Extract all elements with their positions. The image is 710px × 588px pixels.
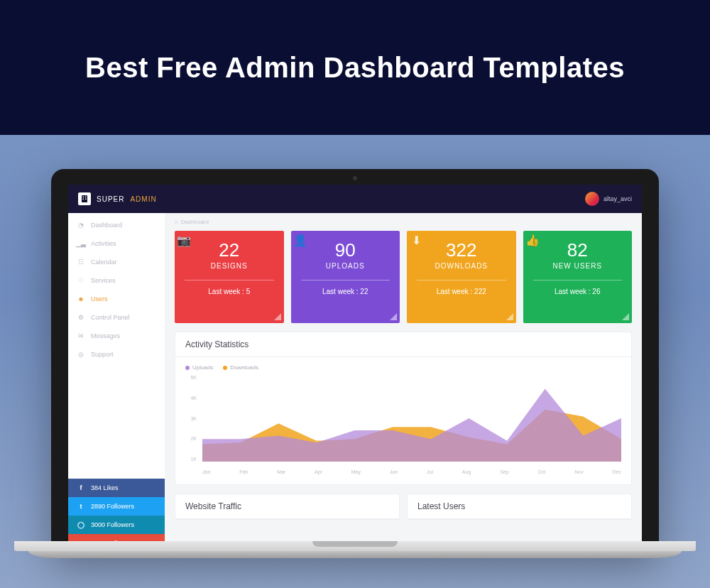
- chart-container: UploadsDownloads 5K4K3K2K1K JanFebMarApr…: [175, 357, 631, 484]
- brand-text-b: ADMIN: [130, 195, 156, 203]
- social-label: 3000 Followers: [91, 521, 134, 528]
- heart-icon: ♡: [77, 276, 85, 285]
- stat-value: 322: [413, 241, 510, 259]
- users-icon: ☻: [77, 295, 85, 303]
- sidebar-item-users[interactable]: ☻Users: [68, 290, 165, 308]
- activity-chart: 5K4K3K2K1K JanFebMarAprMayJunJulAugSepOc…: [185, 375, 621, 474]
- fb-icon: f: [77, 484, 85, 491]
- sidebar-item-messages[interactable]: ✉Messages: [68, 327, 165, 345]
- life-ring-icon: ◎: [77, 350, 85, 359]
- sidebar-item-label: Users: [91, 295, 108, 303]
- app-body: ◔Dashboard▁▃Activities☷Calendar♡Services…: [68, 213, 642, 552]
- sidebar-item-control-panel[interactable]: ⚙Control Panel: [68, 308, 165, 327]
- laptop-mockup: SUPER ADMIN altay_avci ◔Dashboard▁▃Activ…: [51, 169, 659, 552]
- chart-legend: UploadsDownloads: [185, 364, 621, 371]
- legend-item: Uploads: [185, 364, 213, 371]
- ig-icon: ◯: [77, 521, 85, 528]
- laptop-camera: [353, 176, 357, 180]
- social-tw[interactable]: t2890 Followers: [68, 497, 165, 516]
- sidebar-item-dashboard[interactable]: ◔Dashboard: [68, 216, 165, 234]
- stat-card-designs[interactable]: 📷22DESIGNSLast week : 5: [175, 231, 284, 323]
- user-menu[interactable]: altay_avci: [585, 192, 632, 206]
- chat-icon: ✉: [77, 332, 85, 340]
- chart-icon: ▁▃: [77, 239, 85, 248]
- tw-icon: t: [77, 503, 85, 510]
- social-ig[interactable]: ◯3000 Followers: [68, 516, 165, 534]
- topbar: SUPER ADMIN altay_avci: [68, 185, 642, 213]
- chart-plot: [202, 375, 621, 462]
- sidebar-item-label: Support: [91, 351, 114, 358]
- laptop-bezel: SUPER ADMIN altay_avci ◔Dashboard▁▃Activ…: [51, 169, 659, 552]
- main-content: ⌂ Dashboard 📷22DESIGNSLast week : 5👤90UP…: [165, 213, 642, 552]
- download-icon: ⬇: [411, 235, 421, 245]
- sidebar-item-activities[interactable]: ▁▃Activities: [68, 234, 165, 253]
- banner-title: Best Free Admin Dashboard Templates: [85, 52, 625, 84]
- camera-icon: 📷: [179, 235, 189, 245]
- stat-label: NEW USERS: [529, 262, 627, 270]
- svg-rect-0: [82, 195, 87, 202]
- svg-rect-1: [83, 197, 84, 198]
- brand[interactable]: SUPER ADMIN: [78, 192, 157, 205]
- sidebar-item-label: Messages: [91, 332, 120, 339]
- stat-label: DESIGNS: [180, 262, 278, 270]
- brand-logo-icon: [78, 192, 91, 205]
- sidebar-item-label: Dashboard: [91, 222, 122, 229]
- stat-lastweek: Last week : 5: [180, 288, 278, 295]
- traffic-panel: Website Traffic: [175, 494, 400, 520]
- gear-icon: ⚙: [77, 313, 85, 322]
- social-label: 384 Likes: [91, 484, 119, 491]
- x-axis-labels: JanFebMarAprMayJunJulAugSepOctNovDec: [202, 469, 621, 474]
- username: altay_avci: [604, 195, 632, 202]
- stat-cards: 📷22DESIGNSLast week : 5👤90UPLOADSLast we…: [175, 231, 632, 323]
- svg-rect-4: [85, 199, 87, 200]
- brand-text-a: SUPER: [97, 195, 124, 203]
- app-screen: SUPER ADMIN altay_avci ◔Dashboard▁▃Activ…: [68, 185, 642, 552]
- stat-label: UPLOADS: [297, 262, 395, 270]
- user-icon: 👤: [295, 235, 305, 245]
- users-panel-title: Latest Users: [408, 494, 631, 519]
- stage: SUPER ADMIN altay_avci ◔Dashboard▁▃Activ…: [0, 135, 710, 588]
- legend-item: Downloads: [223, 364, 258, 371]
- sidebar-item-support[interactable]: ◎Support: [68, 345, 165, 364]
- activity-panel-title: Activity Statistics: [175, 332, 631, 357]
- sidebar-item-label: Calendar: [91, 258, 117, 266]
- breadcrumb-text: Dashboard: [181, 219, 209, 225]
- sidebar-item-label: Services: [91, 277, 116, 284]
- stat-value: 90: [297, 241, 395, 259]
- stat-lastweek: Last week : 26: [529, 288, 627, 295]
- stat-label: DOWNLOADS: [413, 262, 510, 270]
- sidebar-item-calendar[interactable]: ☷Calendar: [68, 253, 165, 271]
- stat-lastweek: Last week : 22: [297, 288, 395, 295]
- y-axis-labels: 5K4K3K2K1K: [185, 375, 200, 462]
- bottom-panels: Website Traffic Latest Users: [175, 494, 632, 528]
- stat-card-downloads[interactable]: ⬇322DOWNLOADSLast week : 222: [407, 231, 516, 323]
- users-panel: Latest Users: [407, 494, 632, 520]
- thumbs-up-icon: 👍: [528, 235, 537, 245]
- laptop-base: [14, 541, 696, 562]
- sidebar: ◔Dashboard▁▃Activities☷Calendar♡Services…: [68, 213, 165, 552]
- stat-card-uploads[interactable]: 👤90UPLOADSLast week : 22: [291, 231, 400, 323]
- social-fb[interactable]: f384 Likes: [68, 479, 165, 497]
- page-banner: Best Free Admin Dashboard Templates: [0, 0, 710, 135]
- breadcrumb[interactable]: ⌂ Dashboard: [175, 219, 632, 225]
- sidebar-item-label: Activities: [91, 240, 116, 247]
- traffic-panel-title: Website Traffic: [175, 494, 399, 519]
- svg-rect-3: [83, 199, 84, 200]
- activity-panel: Activity Statistics UploadsDownloads 5K4…: [175, 332, 632, 485]
- sidebar-item-services[interactable]: ♡Services: [68, 271, 165, 290]
- svg-rect-2: [85, 197, 87, 198]
- calendar-icon: ☷: [77, 258, 85, 266]
- speed-icon: ◔: [77, 221, 85, 229]
- home-icon: ⌂: [175, 219, 178, 225]
- sidebar-item-label: Control Panel: [91, 314, 130, 321]
- avatar: [585, 192, 599, 206]
- stat-value: 82: [529, 241, 627, 259]
- stat-lastweek: Last week : 222: [413, 288, 510, 295]
- stat-value: 22: [180, 241, 278, 259]
- stat-card-new-users[interactable]: 👍82NEW USERSLast week : 26: [523, 231, 633, 323]
- sidebar-nav: ◔Dashboard▁▃Activities☷Calendar♡Services…: [68, 213, 165, 366]
- social-label: 2890 Followers: [91, 503, 134, 510]
